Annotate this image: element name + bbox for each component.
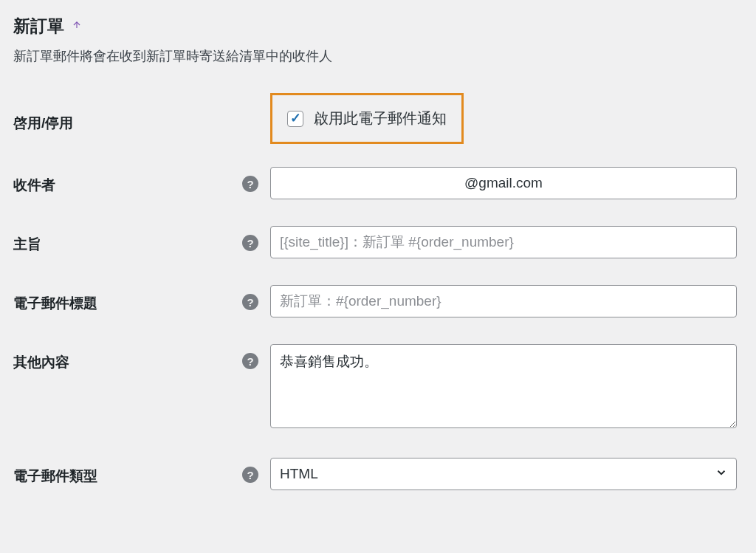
subject-label: 主旨	[13, 213, 205, 272]
enable-checkbox-label: 啟用此電子郵件通知	[314, 109, 447, 128]
recipient-label: 收件者	[13, 154, 205, 213]
page-description: 新訂單郵件將會在收到新訂單時寄送給清單中的收件人	[13, 47, 743, 66]
help-icon[interactable]: ?	[242, 176, 258, 192]
enable-label: 啓用/停用	[13, 93, 205, 154]
email-type-select[interactable]: HTML	[270, 458, 737, 490]
email-heading-input[interactable]	[270, 285, 737, 317]
back-arrow-icon	[72, 20, 82, 32]
additional-content-label: 其他內容	[13, 331, 205, 444]
help-icon[interactable]: ?	[242, 235, 258, 251]
page-title: 新訂單	[13, 15, 64, 38]
enable-checkbox[interactable]	[287, 111, 303, 127]
additional-content-textarea[interactable]	[270, 344, 737, 428]
recipient-input[interactable]	[270, 167, 737, 199]
back-link[interactable]	[72, 20, 82, 32]
enable-highlight-box: 啟用此電子郵件通知	[270, 93, 464, 144]
subject-input[interactable]	[270, 226, 737, 258]
help-icon[interactable]: ?	[242, 353, 258, 369]
help-icon[interactable]: ?	[242, 467, 258, 483]
email-heading-label: 電子郵件標題	[13, 272, 205, 331]
help-icon[interactable]: ?	[242, 294, 258, 310]
email-type-label: 電子郵件類型	[13, 444, 205, 504]
